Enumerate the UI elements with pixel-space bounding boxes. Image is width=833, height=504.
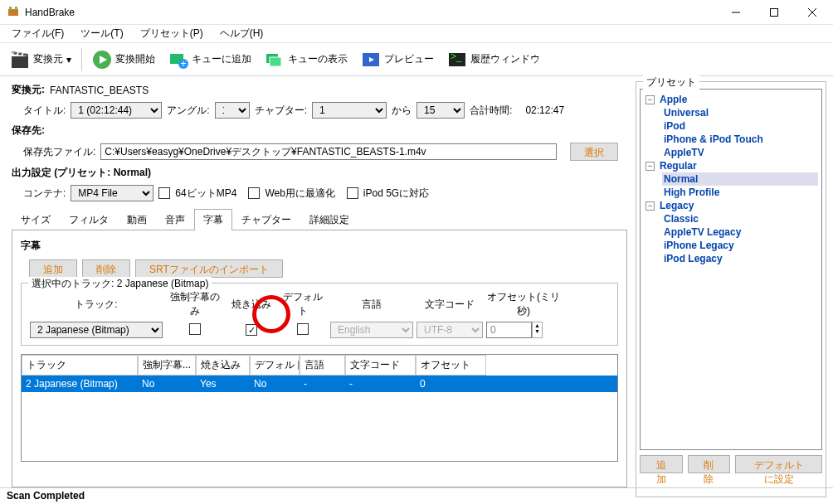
menu-help[interactable]: ヘルプ(H) <box>213 25 270 42</box>
lang-select: English <box>330 322 413 338</box>
col-lang[interactable]: 言語 <box>300 355 345 376</box>
forced-checkbox[interactable] <box>189 323 201 335</box>
browse-button[interactable]: 選択 <box>570 143 618 161</box>
opt-web-checkbox[interactable] <box>248 187 260 199</box>
tree-collapse-icon[interactable]: − <box>645 201 655 211</box>
preset-item[interactable]: Classic <box>662 212 818 225</box>
app-icon <box>7 6 20 19</box>
preset-group[interactable]: Apple <box>660 94 687 105</box>
preset-item[interactable]: Normal <box>662 172 818 186</box>
preset-item[interactable]: iPod <box>662 119 818 133</box>
add-queue-icon: + <box>168 50 188 70</box>
burned-label: 焼き込み <box>227 298 275 312</box>
charcode-label: 文字コード <box>416 298 483 312</box>
toolbar-add-queue[interactable]: + キューに追加 <box>163 47 256 72</box>
window-title: HandBrake <box>25 7 717 18</box>
charcode-select: UTF-8 <box>416 322 483 338</box>
toolbar-source[interactable]: 変換元▾ <box>5 47 76 72</box>
tab-video[interactable]: 動画 <box>118 209 156 230</box>
tab-filter[interactable]: フィルタ <box>60 209 118 230</box>
preview-icon <box>361 50 381 70</box>
minimize-button[interactable] <box>717 0 755 25</box>
tab-audio[interactable]: 音声 <box>156 209 194 230</box>
offset-down[interactable]: ▼ <box>533 328 542 334</box>
toolbar-show-queue[interactable]: キューの表示 <box>260 47 353 72</box>
menu-preset[interactable]: プリセット(P) <box>134 25 210 42</box>
menu-file[interactable]: ファイル(F) <box>5 25 71 42</box>
burned-checkbox[interactable] <box>246 324 257 336</box>
menu-tools[interactable]: ツール(T) <box>74 25 129 42</box>
offset-input <box>486 322 532 338</box>
separator <box>81 48 82 71</box>
subtitle-heading: 字幕 <box>21 239 618 253</box>
source-label: 変換元: <box>12 83 45 97</box>
chapter-label: チャプター: <box>255 104 307 118</box>
offset-up[interactable]: ▲ <box>533 322 542 328</box>
svg-rect-1 <box>9 7 12 10</box>
preset-group[interactable]: Regular <box>660 160 697 172</box>
preset-item[interactable]: High Profile <box>662 186 818 199</box>
tab-advanced[interactable]: 詳細設定 <box>300 209 358 230</box>
tab-subtitle[interactable]: 字幕 <box>194 209 232 230</box>
forced-label: 強制字幕のみ <box>166 290 224 318</box>
tree-collapse-icon[interactable]: − <box>645 95 655 104</box>
opt-web-label: Web用に最適化 <box>265 187 334 201</box>
title-select[interactable]: 1 (02:12:44) <box>71 102 162 119</box>
output-label: 出力設定 (プリセット: Normal) <box>12 166 151 180</box>
preset-item[interactable]: AppleTV <box>662 146 818 159</box>
tree-collapse-icon[interactable]: − <box>645 162 655 171</box>
tab-size[interactable]: サイズ <box>12 209 60 230</box>
preset-item[interactable]: iPhone Legacy <box>662 239 818 252</box>
col-charcode[interactable]: 文字コード <box>345 355 416 376</box>
track-label: トラック: <box>30 298 163 312</box>
preset-item[interactable]: iPod Legacy <box>662 252 818 265</box>
duration-label: 合計時間: <box>470 104 512 118</box>
angle-select[interactable]: 1 <box>215 102 250 119</box>
dest-label: 保存先: <box>12 124 45 138</box>
subtitle-remove-button[interactable]: 削除 <box>82 259 130 278</box>
col-offset[interactable]: オフセット <box>416 355 486 376</box>
col-forced[interactable]: 強制字幕... <box>138 355 196 376</box>
chapter-to-select[interactable]: 15 <box>416 102 465 119</box>
default-checkbox[interactable] <box>297 323 309 335</box>
subtitle-import-button[interactable]: SRTファイルのインポート <box>135 259 283 278</box>
dest-file-label: 保存先ファイル: <box>23 145 95 159</box>
toolbar-preview[interactable]: プレビュー <box>356 47 439 72</box>
status-bar: Scan Completed <box>0 487 833 504</box>
chapter-from-select[interactable]: 1 <box>312 102 387 119</box>
col-default[interactable]: デフォルト <box>250 355 300 376</box>
preset-group[interactable]: Legacy <box>660 200 694 211</box>
preset-tree[interactable]: −AppleUniversaliPodiPhone & iPod TouchAp… <box>640 89 822 450</box>
toolbar-start[interactable]: 変換開始 <box>87 47 160 72</box>
svg-rect-2 <box>15 7 17 10</box>
svg-text:+: + <box>180 58 186 70</box>
col-burned[interactable]: 焼き込み <box>196 355 250 376</box>
opt-64bit-checkbox[interactable] <box>158 187 170 199</box>
maximize-button[interactable] <box>755 0 793 25</box>
title-label: タイトル: <box>23 104 66 118</box>
container-select[interactable]: MP4 File <box>71 185 153 201</box>
svg-marker-8 <box>12 51 28 56</box>
svg-rect-7 <box>12 56 28 68</box>
col-track[interactable]: トラック <box>22 355 138 376</box>
preset-item[interactable]: AppleTV Legacy <box>662 225 818 239</box>
presets-label: プリセット <box>643 75 699 90</box>
close-button[interactable] <box>793 0 831 25</box>
toolbar-activity[interactable]: >_ 履歴ウィンドウ <box>442 47 545 72</box>
offset-label: オフセット(ミリ秒) <box>486 290 561 318</box>
clapperboard-icon <box>10 50 30 70</box>
tab-chapters[interactable]: チャプター <box>232 209 300 230</box>
dest-file-input[interactable] <box>100 143 557 160</box>
track-select[interactable]: 2 Japanese (Bitmap) <box>30 322 163 338</box>
play-icon <box>92 50 112 70</box>
svg-rect-0 <box>8 9 18 16</box>
preset-remove-button[interactable]: 削除 <box>688 455 731 473</box>
container-label: コンテナ: <box>23 187 66 201</box>
preset-add-button[interactable]: 追加 <box>640 455 683 473</box>
preset-item[interactable]: Universal <box>662 106 818 119</box>
opt-ipod-checkbox[interactable] <box>347 187 358 199</box>
preset-default-button[interactable]: デフォルトに設定 <box>735 455 822 473</box>
preset-item[interactable]: iPhone & iPod Touch <box>662 133 818 146</box>
table-row[interactable]: 2 Japanese (Bitmap) No Yes No - - 0 <box>22 376 617 392</box>
subtitle-add-button[interactable]: 追加 <box>29 259 77 278</box>
